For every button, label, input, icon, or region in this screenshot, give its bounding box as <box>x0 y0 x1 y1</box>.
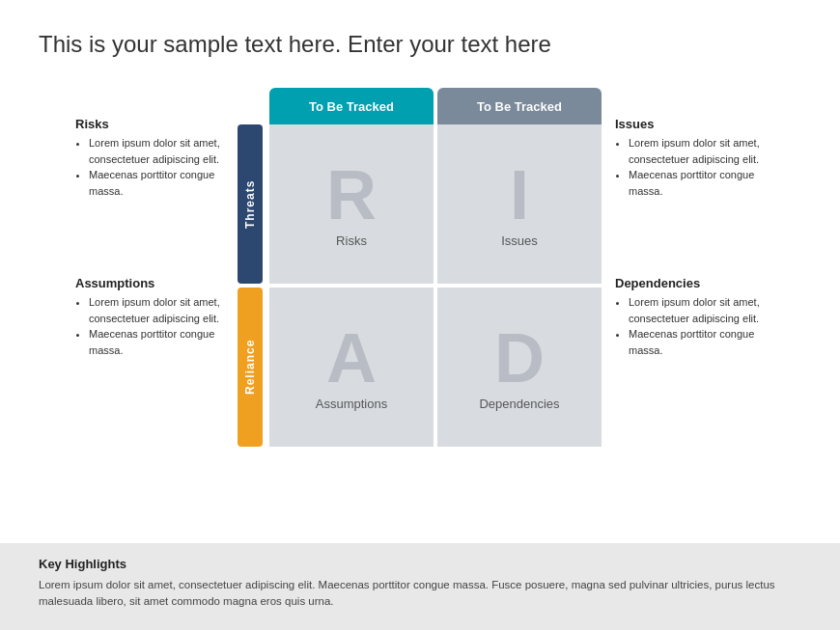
right-label-issues: Issues Lorem ipsum dolor sit amet, conse… <box>615 88 765 266</box>
slide: This is your sample text here. Enter you… <box>0 0 840 630</box>
cell-assumptions: A Assumptions <box>269 288 434 447</box>
list-item: Maecenas porttitor congue massa. <box>629 326 765 358</box>
left-label-risks-title: Risks <box>75 117 225 131</box>
left-label-risks-list: Lorem ipsum dolor sit amet, consectetuer… <box>75 135 225 199</box>
left-label-risks: Risks Lorem ipsum dolor sit amet, consec… <box>75 88 225 266</box>
grid-row-threats: Threats R Risks I Issues <box>235 124 602 284</box>
cell-letter-d: D <box>494 323 545 393</box>
footer-text: Lorem ipsum dolor sit amet, consectetuer… <box>39 577 801 611</box>
right-labels: Issues Lorem ipsum dolor sit amet, conse… <box>615 88 765 445</box>
cell-risks: R Risks <box>269 124 434 284</box>
left-labels: Risks Lorem ipsum dolor sit amet, consec… <box>75 88 225 445</box>
cell-label-assumptions: Assumptions <box>316 397 387 411</box>
cell-letter-r: R <box>326 160 377 230</box>
list-item: Lorem ipsum dolor sit amet, consectetuer… <box>629 135 765 167</box>
right-label-issues-title: Issues <box>615 117 765 131</box>
cell-dependencies: D Dependencies <box>437 288 602 447</box>
grid-rows: Threats R Risks I Issues <box>235 124 602 447</box>
col-header-1: To Be Tracked <box>437 88 602 124</box>
footer-title: Key Highlights <box>39 557 801 571</box>
center-grid: To Be Tracked To Be Tracked Threats R Ri… <box>235 88 605 447</box>
right-label-issues-list: Lorem ipsum dolor sit amet, consectetuer… <box>615 135 765 199</box>
grid-row-reliance: Reliance A Assumptions D Dependencies <box>235 288 602 447</box>
cell-letter-i: I <box>510 160 529 230</box>
column-headers: To Be Tracked To Be Tracked <box>269 88 605 124</box>
cell-label-issues: Issues <box>501 233 538 248</box>
grid-cells-reliance: A Assumptions D Dependencies <box>269 288 602 447</box>
row-label-threats: Threats <box>238 124 263 284</box>
cell-label-dependencies: Dependencies <box>479 397 559 411</box>
cell-issues: I Issues <box>437 124 602 284</box>
grid-cells-threats: R Risks I Issues <box>269 124 602 284</box>
list-item: Maecenas porttitor congue massa. <box>89 326 225 358</box>
right-label-dependencies-list: Lorem ipsum dolor sit amet, consectetuer… <box>615 294 765 358</box>
row-label-reliance-container: Reliance <box>235 288 266 447</box>
list-item: Lorem ipsum dolor sit amet, consectetuer… <box>629 294 765 326</box>
list-item: Lorem ipsum dolor sit amet, consectetuer… <box>89 294 225 326</box>
right-label-dependencies-title: Dependencies <box>615 276 765 290</box>
list-item: Lorem ipsum dolor sit amet, consectetuer… <box>89 135 225 167</box>
list-item: Maecenas porttitor congue massa. <box>629 167 765 199</box>
cell-letter-a: A <box>326 323 377 393</box>
left-label-assumptions-title: Assumptions <box>75 276 225 290</box>
cell-label-risks: Risks <box>336 233 367 248</box>
right-label-dependencies: Dependencies Lorem ipsum dolor sit amet,… <box>615 266 765 445</box>
left-label-assumptions: Assumptions Lorem ipsum dolor sit amet, … <box>75 266 225 445</box>
slide-title: This is your sample text here. Enter you… <box>39 29 801 59</box>
main-content: Risks Lorem ipsum dolor sit amet, consec… <box>39 88 801 447</box>
left-label-assumptions-list: Lorem ipsum dolor sit amet, consectetuer… <box>75 294 225 358</box>
col-header-0: To Be Tracked <box>269 88 434 124</box>
row-label-reliance: Reliance <box>238 288 263 447</box>
list-item: Maecenas porttitor congue massa. <box>89 167 225 199</box>
row-label-threats-container: Threats <box>235 124 266 284</box>
footer: Key Highlights Lorem ipsum dolor sit ame… <box>0 543 840 630</box>
